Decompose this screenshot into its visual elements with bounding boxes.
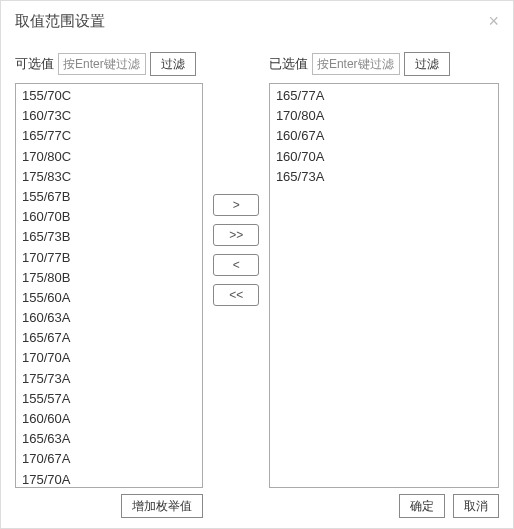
list-item[interactable]: 170/67A bbox=[16, 449, 202, 469]
available-filter-input[interactable] bbox=[58, 53, 146, 75]
list-item[interactable]: 165/77C bbox=[16, 126, 202, 146]
move-left-button[interactable]: < bbox=[213, 254, 259, 276]
move-all-right-button[interactable]: >> bbox=[213, 224, 259, 246]
list-item[interactable]: 175/70A bbox=[16, 470, 202, 488]
selected-filter-input[interactable] bbox=[312, 53, 400, 75]
move-right-button[interactable]: > bbox=[213, 194, 259, 216]
list-item[interactable]: 165/67A bbox=[16, 328, 202, 348]
dialog-footer: 增加枚举值 确定 取消 bbox=[1, 488, 513, 528]
footer-spacer bbox=[203, 494, 268, 520]
dialog-body: 可选值 过滤 155/70C160/73C165/77C170/80C175/8… bbox=[1, 41, 513, 488]
list-item[interactable]: 175/73A bbox=[16, 369, 202, 389]
list-item[interactable]: 170/77B bbox=[16, 248, 202, 268]
available-listbox[interactable]: 155/70C160/73C165/77C170/80C175/83C155/6… bbox=[15, 83, 203, 488]
list-item[interactable]: 165/63A bbox=[16, 429, 202, 449]
list-item[interactable]: 160/60A bbox=[16, 409, 202, 429]
dialog-header: 取值范围设置 × bbox=[1, 1, 513, 41]
selected-filter-button[interactable]: 过滤 bbox=[404, 52, 450, 76]
add-enum-button[interactable]: 增加枚举值 bbox=[121, 494, 203, 518]
list-item[interactable]: 165/73B bbox=[16, 227, 202, 247]
list-item[interactable]: 170/70A bbox=[16, 348, 202, 368]
list-item[interactable]: 165/77A bbox=[270, 86, 498, 106]
footer-right: 确定 取消 bbox=[269, 494, 499, 520]
available-column: 可选值 过滤 155/70C160/73C165/77C170/80C175/8… bbox=[15, 51, 203, 488]
list-item[interactable]: 155/70C bbox=[16, 86, 202, 106]
selected-label: 已选值 bbox=[269, 55, 308, 73]
selected-listbox[interactable]: 165/77A170/80A160/67A160/70A165/73A bbox=[269, 83, 499, 488]
ok-button[interactable]: 确定 bbox=[399, 494, 445, 518]
list-item[interactable]: 160/70A bbox=[270, 147, 498, 167]
value-range-dialog: 取值范围设置 × 可选值 过滤 155/70C160/73C165/77C170… bbox=[0, 0, 514, 529]
close-icon[interactable]: × bbox=[488, 12, 499, 30]
available-label: 可选值 bbox=[15, 55, 54, 73]
list-item[interactable]: 160/63A bbox=[16, 308, 202, 328]
list-item[interactable]: 170/80C bbox=[16, 147, 202, 167]
move-all-left-button[interactable]: << bbox=[213, 284, 259, 306]
list-item[interactable]: 155/60A bbox=[16, 288, 202, 308]
available-header: 可选值 过滤 bbox=[15, 51, 203, 77]
list-item[interactable]: 160/70B bbox=[16, 207, 202, 227]
selected-column: 已选值 过滤 165/77A170/80A160/67A160/70A165/7… bbox=[269, 51, 499, 488]
move-buttons-column: > >> < << bbox=[203, 51, 268, 488]
list-item[interactable]: 165/73A bbox=[270, 167, 498, 187]
list-item[interactable]: 170/80A bbox=[270, 106, 498, 126]
selected-header: 已选值 过滤 bbox=[269, 51, 499, 77]
list-item[interactable]: 155/67B bbox=[16, 187, 202, 207]
list-item[interactable]: 155/57A bbox=[16, 389, 202, 409]
list-item[interactable]: 160/67A bbox=[270, 126, 498, 146]
dialog-title: 取值范围设置 bbox=[15, 12, 105, 31]
cancel-button[interactable]: 取消 bbox=[453, 494, 499, 518]
footer-left: 增加枚举值 bbox=[15, 494, 203, 520]
list-item[interactable]: 175/80B bbox=[16, 268, 202, 288]
list-item[interactable]: 160/73C bbox=[16, 106, 202, 126]
available-filter-button[interactable]: 过滤 bbox=[150, 52, 196, 76]
list-item[interactable]: 175/83C bbox=[16, 167, 202, 187]
